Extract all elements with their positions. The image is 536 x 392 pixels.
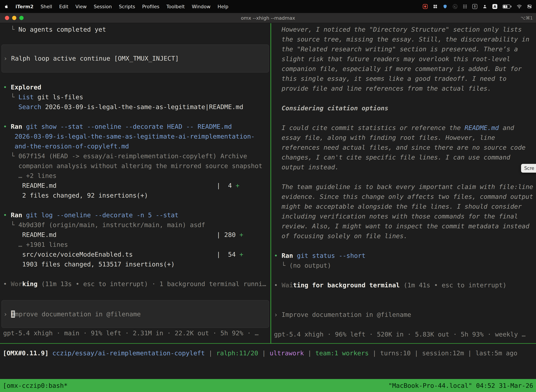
wifi-icon[interactable]	[517, 5, 522, 9]
apple-menu-icon[interactable]	[4, 4, 9, 9]
terminal-line: and-the-erosion-of-copyleft.md	[0, 141, 270, 151]
screen-recording-icon[interactable]	[423, 4, 428, 9]
menu-item-help[interactable]: Help	[218, 4, 228, 9]
terminal-line: of focusing solely on file lines.	[271, 231, 536, 241]
window-title-bar[interactable]: omx --xhigh --madmax ⌥⌘1	[0, 13, 536, 23]
text-cursor: I	[11, 311, 15, 318]
terminal-text-segment: including verification notes with those …	[274, 213, 518, 220]
menu-item-window[interactable]: Window	[192, 4, 211, 9]
terminal-line: Search 2026-03-09-is-legal-the-same-as-l…	[0, 102, 270, 112]
terminal-line: output instead.	[271, 162, 536, 172]
terminal-text-segment: Ralph loop active continue [OMX_TMUX_INJ…	[11, 55, 179, 62]
terminal-text-segment: README.md | 280	[3, 231, 239, 238]
terminal-pane-right[interactable]: However, I noticed the "Directory Struct…	[271, 23, 536, 343]
terminal-text-segment: 067f154 (HEAD -> essay/ai-reimplementati…	[19, 152, 247, 160]
terminal-line: └ No agents completed yet	[0, 25, 270, 34]
terminal-line	[0, 73, 270, 82]
terminal-line	[271, 300, 536, 310]
terminal-text-segment: └	[3, 26, 19, 33]
shield-app-icon[interactable]	[443, 4, 447, 9]
terminal-text-segment: changes, I can't cite specific file line…	[274, 154, 510, 161]
terminal-line	[271, 113, 536, 123]
terminal-line: [OMX#0.11.9] cczip/essay/ai-reimplementa…	[0, 348, 536, 358]
terminal-line: essay file, along with finding root file…	[271, 133, 536, 143]
terminal-text-segment: ting for background terminal	[293, 281, 400, 289]
terminal-text-segment: [OMX#0.11.9]	[3, 350, 53, 357]
control-center-icon[interactable]	[527, 4, 532, 9]
keycap-icon[interactable]: 8	[472, 4, 477, 9]
terminal-app-icon[interactable]: ›_	[453, 4, 458, 9]
terminal-line: companion file, especially if more comme…	[271, 64, 536, 74]
terminal-line: gpt-5.4 xhigh · 96% left · 520K in · 5.8…	[271, 330, 536, 339]
terminal-line	[271, 271, 536, 280]
terminal-text-segment: this single essay, it seems like a good …	[274, 75, 507, 82]
terminal-text-segment: git ls-files	[34, 93, 83, 101]
terminal-line: this single essay, it seems like a good …	[271, 74, 536, 84]
terminal-line: • Waiting for background terminal (1m 41…	[271, 280, 536, 290]
prompt-chevron: ›	[4, 311, 11, 318]
terminal-text-segment: cczip/essay/ai-reimplementation-copyleft	[53, 350, 205, 357]
terminal-line	[0, 112, 270, 122]
grid-app-icon[interactable]	[433, 4, 438, 9]
prompt-input-text: mprove documentation in @filename	[15, 311, 141, 318]
left-top-lines: └ No agents completed yet	[0, 25, 270, 34]
terminal-text-segment: … +2 lines	[3, 172, 57, 179]
terminal-text-segment: 1903 files changed, 513517 insertions(+)	[3, 261, 175, 268]
terminal-line: However, I noticed the "Directory Struct…	[271, 25, 536, 34]
terminal-text-segment: +	[239, 251, 243, 258]
terminal-line: • Working (11m 13s • esc to interrupt) ·…	[0, 279, 270, 289]
terminal-text-segment: 2026-03-09-is-legal-the-same-as-legitima…	[3, 133, 255, 140]
dots-grid-icon[interactable]	[463, 5, 467, 9]
close-button[interactable]	[5, 16, 9, 20]
menu-item-shell[interactable]: Shell	[41, 4, 52, 9]
menu-item-profiles[interactable]: Profiles	[142, 4, 159, 9]
terminal-line	[0, 201, 270, 210]
terminal-text-segment: evidence. Since this change only affects…	[274, 193, 533, 200]
terminal-line: slight risk that future readers may over…	[271, 54, 536, 64]
terminal-text-segment: the source tree, missing the essay. Stil…	[274, 36, 529, 43]
terminal-text-segment: companion analysis without altering the …	[3, 162, 262, 169]
screen-edge-notification[interactable]: Scre	[521, 164, 536, 173]
terminal-text-segment: •	[3, 211, 11, 219]
battery-icon[interactable]: 61	[502, 5, 511, 9]
minimize-button[interactable]	[12, 16, 16, 20]
avatar-icon[interactable]	[483, 4, 487, 9]
terminal-text-segment: •	[274, 281, 282, 289]
terminal-text-segment: (no output)	[289, 262, 331, 269]
terminal-text-segment: and	[499, 124, 514, 131]
terminal-text-segment: Search	[19, 103, 41, 111]
terminal-text-segment: 2 files changed, 92 insertions(+)	[3, 192, 148, 199]
terminal-text-segment: •	[3, 280, 11, 288]
terminal-text-segment: (11m 13s • esc to interrupt) · 1 backgro…	[38, 280, 266, 288]
terminal-text-segment: › Improve documentation in @filename	[274, 311, 411, 318]
menu-app-name[interactable]: iTerm2	[15, 4, 34, 9]
terminal-line: references need actual files, and since …	[271, 143, 536, 152]
terminal-text-segment: •	[3, 123, 11, 130]
terminal-line: … +1901 lines	[0, 240, 270, 250]
terminal-line: src/voice/voiceModeEnabled.ts | 54 +	[0, 250, 270, 259]
terminal-text-segment: README.md | 4	[3, 182, 236, 189]
menu-item-view[interactable]: View	[76, 4, 87, 9]
terminal-line: › Improve documentation in @filename	[271, 310, 536, 320]
terminal-line: 2 files changed, 92 insertions(+)	[0, 191, 270, 201]
terminal-line: gpt-5.4 xhigh · main · 91% left · 2.31M …	[0, 328, 270, 338]
menu-item-session[interactable]: Session	[94, 4, 112, 9]
terminal-text-segment: slight risk that future readers may over…	[274, 55, 510, 62]
terminal-text-segment: +	[236, 182, 239, 189]
menu-item-toolbelt[interactable]: Toolbelt	[166, 4, 185, 9]
terminal-text-segment: git status --short	[297, 252, 365, 259]
menu-item-edit[interactable]: Edit	[59, 4, 68, 9]
terminal-line: └ 4b9d30f (origin/main, instructkr/main,…	[0, 220, 270, 230]
terminal-text-segment: However, I noticed the "Directory Struct…	[274, 26, 522, 33]
zoom-button[interactable]	[19, 16, 24, 20]
terminal-pane-left[interactable]: └ No agents completed yet › Ralph loop a…	[0, 23, 270, 343]
terminal-text-segment: README.md	[464, 124, 499, 131]
prompt-input-left[interactable]: › Improve documentation in @filename	[1, 300, 269, 328]
terminal-line: • Ran git status --short	[271, 251, 536, 261]
terminal-text-segment: Wai	[282, 281, 293, 289]
input-source-badge[interactable]: A	[492, 4, 497, 9]
terminal-text-segment: No agents completed yet	[19, 26, 106, 33]
terminal-text-segment: 4b9d30f (origin/main, instructkr/main, m…	[19, 221, 205, 229]
menu-item-scripts[interactable]: Scripts	[119, 4, 135, 9]
terminal-text-segment: └	[3, 152, 19, 160]
